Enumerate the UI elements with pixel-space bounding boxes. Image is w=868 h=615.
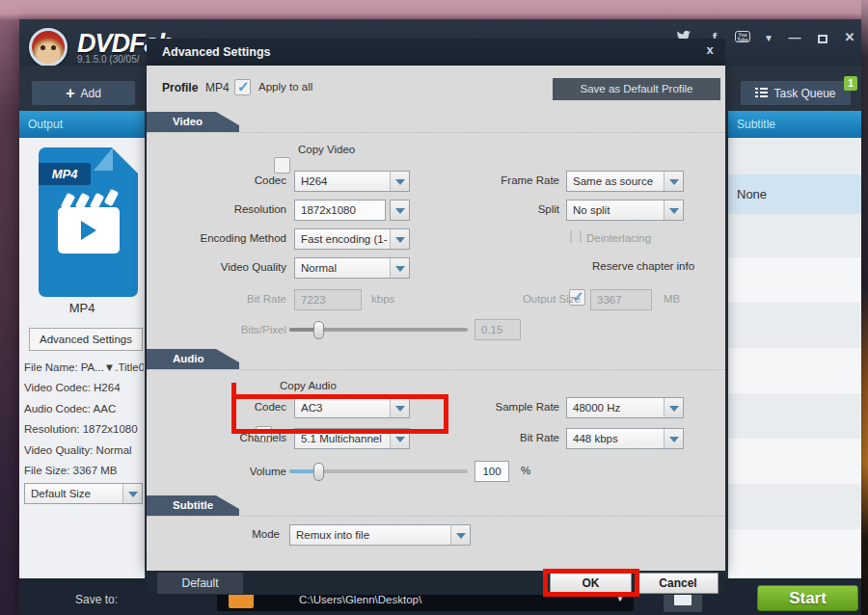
encoding-method-select[interactable]: Fast encoding (1- xyxy=(294,228,410,250)
video-codec-info: Video Codec: H264 xyxy=(24,382,144,393)
resolution-label: Resolution xyxy=(145,203,286,215)
deinterlacing-label: Deinterlacing xyxy=(586,232,651,244)
subtitle-mode-select[interactable]: Remux into file xyxy=(289,524,471,546)
volume-label: Volume xyxy=(145,466,286,477)
dvdfab-logo xyxy=(29,28,68,67)
minimize-button[interactable]: — xyxy=(785,30,804,44)
video-codec-select[interactable]: H264 xyxy=(294,171,410,192)
video-codec-label: Codec xyxy=(145,174,286,186)
annotation-audio-codec-highlight xyxy=(231,394,448,434)
list-item[interactable] xyxy=(728,484,861,529)
volume-slider-handle[interactable] xyxy=(313,463,324,481)
output-panel-header: Output xyxy=(19,111,145,138)
menu-chevron-icon[interactable]: ▼ xyxy=(759,33,778,43)
profile-format-label: MP4 xyxy=(19,301,145,315)
list-item[interactable] xyxy=(728,393,861,439)
chevron-down-icon xyxy=(122,484,142,503)
dialog-close-button[interactable]: x xyxy=(700,42,719,62)
video-quality-info: Video Quality: Normal xyxy=(24,444,144,456)
frame-rate-label: Frame Rate xyxy=(424,174,559,186)
clapperboard-icon xyxy=(58,207,120,254)
video-bitrate-label: Bit Rate xyxy=(145,293,286,305)
audio-codec-info: Audio Codec: AAC xyxy=(24,403,144,414)
chevron-down-icon xyxy=(664,201,683,220)
copy-audio-label: Copy Audio xyxy=(280,380,337,391)
chevron-down-icon xyxy=(664,398,683,417)
list-item-selected[interactable]: None xyxy=(728,174,861,214)
task-queue-button[interactable]: Task Queue xyxy=(741,81,851,105)
subtitle-panel-header: Subtitle xyxy=(728,111,861,138)
deinterlacing-checkbox xyxy=(570,230,572,243)
youtube-icon[interactable]: YouTube xyxy=(733,30,752,43)
subtitle-mode-label: Mode xyxy=(145,528,280,540)
bits-pixel-slider-handle[interactable] xyxy=(313,321,324,339)
annotation-ok-highlight xyxy=(543,569,639,597)
list-item[interactable] xyxy=(728,214,861,257)
close-button[interactable]: ✕ xyxy=(840,30,859,44)
start-button[interactable]: Start xyxy=(757,585,858,611)
copy-video-checkbox[interactable] xyxy=(274,157,290,174)
maximize-button[interactable] xyxy=(813,32,832,46)
add-button[interactable]: + Add xyxy=(32,81,135,105)
add-button-label: Add xyxy=(80,87,100,100)
sample-rate-select[interactable]: 48000 Hz xyxy=(566,397,684,418)
annotation-red-tail xyxy=(231,383,236,396)
section-divider xyxy=(147,369,725,370)
volume-value[interactable]: 100 xyxy=(475,461,509,482)
video-quality-select[interactable]: Normal xyxy=(294,257,410,279)
task-queue-badge: 1 xyxy=(844,76,857,91)
chevron-down-icon xyxy=(391,201,409,220)
resolution-info: Resolution: 1872x1080 xyxy=(24,423,144,435)
chevron-down-icon xyxy=(664,172,683,191)
apply-to-all-checkbox[interactable] xyxy=(234,79,251,95)
dialog-title-bar: Advanced Settings xyxy=(147,39,725,66)
frame-rate-select[interactable]: Same as source xyxy=(566,171,684,192)
bits-pixel-slider-fill xyxy=(289,328,316,332)
section-divider xyxy=(147,516,725,517)
list-item[interactable] xyxy=(728,529,861,580)
version-label: 9.1.5.0 (30/05/ xyxy=(77,54,140,65)
copy-video-label: Copy Video xyxy=(298,144,355,155)
audio-bitrate-select[interactable]: 448 kbps xyxy=(566,428,684,449)
task-queue-icon xyxy=(755,88,768,98)
desktop-background xyxy=(861,0,868,615)
chevron-down-icon xyxy=(450,525,470,545)
list-item[interactable] xyxy=(728,348,861,393)
output-size-unit: MB xyxy=(664,293,680,305)
chevron-down-icon xyxy=(390,258,409,278)
list-item[interactable] xyxy=(728,257,861,303)
list-item[interactable] xyxy=(728,138,861,174)
chevron-down-icon xyxy=(390,172,409,191)
advanced-settings-button[interactable]: Advanced Settings xyxy=(29,328,143,351)
list-item[interactable] xyxy=(728,439,861,484)
mp4-icon-fold xyxy=(94,147,113,171)
split-select[interactable]: No split xyxy=(566,200,684,221)
mp4-icon-badge: MP4 xyxy=(39,163,91,185)
mp4-profile-icon[interactable]: MP4 xyxy=(39,147,138,297)
output-size-input: 3367 xyxy=(590,289,652,310)
plus-icon: + xyxy=(66,87,74,100)
task-queue-label: Task Queue xyxy=(773,87,835,100)
deinterlacing-checkbox-bar xyxy=(580,230,582,243)
chevron-down-icon xyxy=(390,229,409,249)
volume-unit: % xyxy=(521,465,530,476)
list-item[interactable] xyxy=(728,303,861,348)
profile-label: Profile xyxy=(162,81,198,94)
size-select[interactable]: Default Size xyxy=(24,483,143,504)
file-name-info: File Name: PA...▼.Title0 xyxy=(24,361,144,373)
cancel-button[interactable]: Cancel xyxy=(637,573,719,594)
file-size-info: File Size: 3367 MB xyxy=(24,465,144,476)
apply-to-all-label: Apply to all xyxy=(258,81,312,93)
screen: DVDFab 9.1.5.0 (30/05/ f YouTube ▼ — ✕ +… xyxy=(0,0,868,615)
resolution-select-arrow[interactable] xyxy=(390,200,410,221)
resolution-input[interactable]: 1872x1080 xyxy=(294,200,386,221)
video-quality-label: Video Quality xyxy=(145,261,286,273)
section-divider xyxy=(147,132,725,133)
chevron-down-icon xyxy=(664,429,683,448)
save-default-profile-button[interactable]: Save as Default Profile xyxy=(553,78,720,100)
split-label: Split xyxy=(424,203,559,215)
output-size-label: Output Size xyxy=(446,293,581,305)
profile-value: MP4 xyxy=(205,81,230,94)
default-button[interactable]: Default xyxy=(157,573,243,594)
reserve-chapter-label: Reserve chapter info xyxy=(592,260,694,272)
